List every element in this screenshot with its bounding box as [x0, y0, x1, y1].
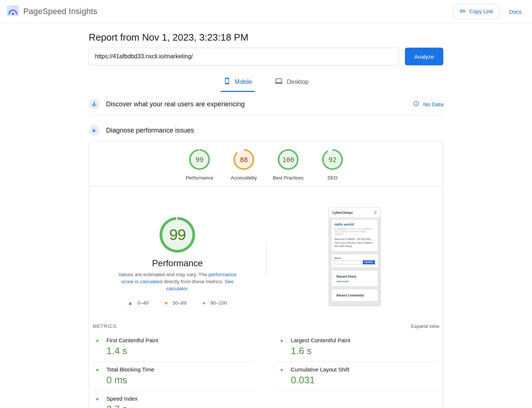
performance-score-value: 99 [195, 156, 204, 164]
preview-search-button: SEARCH [363, 260, 375, 264]
category-scores-row: 99 Performance 88 Accessibility 100 [89, 141, 443, 186]
appbar-actions: Copy Link Docs [453, 4, 522, 19]
accessibility-score-label: Accessibility [231, 175, 257, 181]
overview-right-column: CyberChimps ☰ Hello world! BY MARKETING … [266, 186, 443, 319]
no-data-status[interactable]: No Data [413, 100, 443, 108]
metrics-header: METRICS Expand view [89, 323, 443, 329]
best-practices-score-gauge: 100 [278, 149, 299, 170]
overview-left-column: 99 Performance Values are estimated and … [89, 186, 266, 319]
preview-recent-comments-title: Recent Comments [334, 292, 375, 298]
preview-search-input [334, 260, 362, 264]
preview-site-title: CyberChimps [332, 211, 353, 215]
metrics-caption: METRICS [93, 323, 116, 329]
square-icon: ■ [165, 301, 168, 305]
legend-range-pass: 90–100 [210, 300, 227, 306]
preview-recent-post-link: Hello world! [334, 279, 375, 283]
metric-name: First Contentful Paint [106, 337, 158, 343]
diagnose-icon [89, 125, 100, 136]
best-practices-score-label: Best Practices [273, 175, 303, 181]
field-data-title: Discover what your real users are experi… [106, 100, 245, 108]
app-title: PageSpeed Insights [23, 7, 98, 16]
tab-desktop[interactable]: Desktop [272, 75, 311, 92]
disclaimer-text-2: directly from these metrics. [162, 279, 225, 284]
preview-post-body: Welcome to HBWSI.. WP test Sites. This i… [334, 237, 375, 248]
analyze-button[interactable]: Analyze [405, 48, 443, 65]
metric-speed-index: ● Speed Index 2.7 s [93, 391, 255, 408]
metric-value: 0.031 [291, 374, 439, 386]
metric-value: 1.6 s [291, 345, 439, 357]
pagespeed-logo-icon [7, 5, 19, 18]
legend-item-pass: ● 90–100 [202, 300, 227, 306]
metric-status-dot-icon: ● [280, 338, 285, 343]
metrics-grid: ● First Contentful Paint 1.4 s ● Largest… [89, 333, 443, 408]
preview-post-card: Hello world! BY MARKETING – POSTED ON NO… [332, 220, 378, 251]
metric-value: 1.4 s [106, 345, 255, 357]
hamburger-menu-icon: ☰ [374, 211, 377, 215]
seo-score-label: SEO [327, 175, 337, 181]
legend-item-fail: ▲ 0–49 [128, 300, 149, 306]
page-screenshot-thumbnail[interactable]: CyberChimps ☰ Hello world! BY MARKETING … [329, 208, 381, 306]
metric-name: Total Blocking Time [106, 366, 154, 373]
diagnose-section-header: Diagnose performance issues [89, 125, 443, 136]
metric-status-dot-icon: ● [96, 396, 100, 401]
performance-overview: 99 Performance Values are estimated and … [89, 186, 443, 319]
preview-post-meta: BY MARKETING – POSTED ON NOVEMBER 1, 202… [334, 228, 375, 236]
main-performance-gauge: 99 [160, 217, 195, 253]
preview-recent-comments-card: Recent Comments [332, 289, 378, 301]
mobile-icon [224, 78, 231, 86]
metric-value: 0 ms [106, 374, 255, 386]
legend-range-fail: 0–49 [137, 300, 149, 306]
copy-link-button[interactable]: Copy Link [453, 4, 499, 19]
no-data-label: No Data [423, 101, 443, 107]
performance-score-gauge: 99 [189, 149, 210, 170]
diagnose-title: Diagnose performance issues [106, 127, 194, 134]
tab-desktop-label: Desktop [287, 79, 308, 85]
score-item-accessibility[interactable]: 88 Accessibility [222, 149, 266, 181]
main-performance-score-value: 99 [169, 226, 186, 244]
metric-name: Speed Index [106, 395, 137, 402]
accessibility-score-value: 88 [240, 156, 248, 164]
field-data-section: Discover what your real users are experi… [89, 99, 443, 116]
metric-largest-contentful-paint: ● Largest Contentful Paint 1.6 s [277, 333, 439, 362]
tab-mobile-label: Mobile [235, 79, 252, 85]
url-input[interactable] [89, 48, 399, 65]
tab-mobile[interactable]: Mobile [221, 75, 255, 92]
triangle-icon: ▲ [128, 301, 133, 305]
score-item-performance[interactable]: 99 Performance [177, 149, 222, 181]
link-icon [459, 8, 466, 16]
metric-status-dot-icon: ● [96, 338, 100, 343]
score-item-best-practices[interactable]: 100 Best Practices [266, 149, 310, 181]
report-title: Report from Nov 1, 2023, 3:23:18 PM [89, 31, 443, 43]
circle-icon: ● [202, 301, 205, 305]
metric-empty-cell [277, 391, 439, 408]
score-disclaimer: Values are estimated and may vary. The p… [115, 271, 240, 292]
preview-page-body: Hello world! BY MARKETING – POSTED ON NO… [329, 217, 380, 306]
docs-link[interactable]: Docs [509, 8, 522, 15]
app-bar: PageSpeed Insights Copy Link Docs [0, 0, 532, 23]
expand-view-toggle[interactable]: Expand view [411, 323, 439, 329]
metric-value: 2.7 s [106, 404, 255, 408]
preview-search-label: Search [334, 257, 375, 259]
preview-search-card: Search SEARCH [332, 254, 378, 267]
metric-total-blocking-time: ● Total Blocking Time 0 ms [93, 362, 255, 391]
best-practices-score-value: 100 [282, 156, 294, 164]
preview-site-header: CyberChimps ☰ [329, 208, 380, 217]
score-item-seo[interactable]: 92 SEO [310, 149, 355, 181]
device-tabs: Mobile Desktop [89, 75, 443, 92]
metric-status-dot-icon: ● [280, 367, 285, 372]
copy-link-label: Copy Link [469, 8, 493, 14]
performance-report-card: 99 Performance 88 Accessibility 100 [89, 141, 443, 408]
metric-name: Cumulative Layout Shift [291, 366, 349, 373]
seo-score-gauge: 92 [322, 149, 343, 170]
preview-recent-posts-card: Recent Posts Hello world! [332, 271, 378, 286]
metric-name: Largest Contentful Paint [291, 337, 350, 343]
disclaimer-text: Values are estimated and may vary. The [118, 272, 208, 277]
info-icon [413, 100, 419, 108]
metric-status-dot-icon: ● [96, 367, 100, 372]
brand: PageSpeed Insights [7, 5, 98, 18]
performance-heading: Performance [152, 258, 203, 268]
active-tab-indicator [221, 91, 255, 92]
accessibility-score-gauge: 88 [233, 149, 254, 170]
legend-item-average: ■ 50–89 [165, 300, 186, 306]
url-row: Analyze [89, 48, 443, 65]
